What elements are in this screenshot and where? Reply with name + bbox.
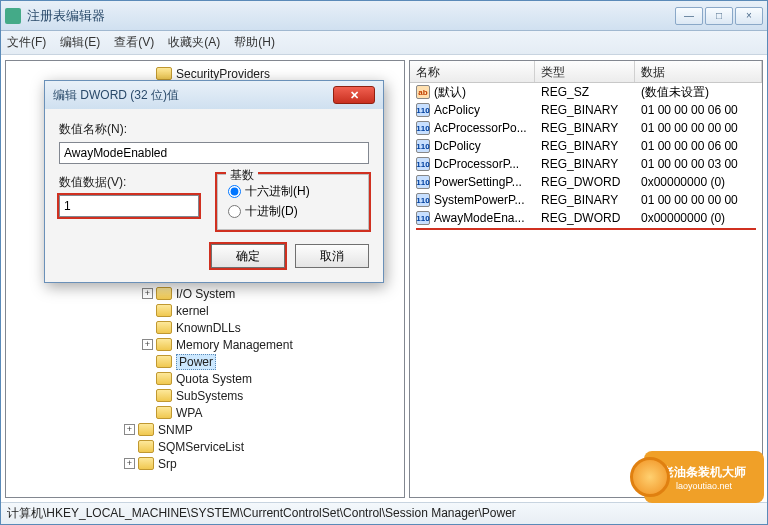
highlight-underline (416, 228, 756, 230)
tree-item[interactable]: +SNMP (6, 421, 404, 438)
value-data: 01 00 00 00 06 00 (635, 103, 762, 117)
expand-toggle (142, 68, 153, 79)
value-name-label: 数值名称(N): (59, 121, 369, 138)
value-row[interactable]: 110AwayModeEna...REG_DWORD0x00000000 (0) (410, 209, 762, 227)
dialog-titlebar: 编辑 DWORD (32 位)值 ✕ (45, 81, 383, 109)
expand-toggle (142, 356, 153, 367)
edit-dword-dialog: 编辑 DWORD (32 位)值 ✕ 数值名称(N): 数值数据(V): 基数 … (44, 80, 384, 283)
folder-icon (156, 338, 172, 351)
tree-item[interactable]: Quota System (6, 370, 404, 387)
binary-value-icon: 110 (416, 211, 430, 225)
string-value-icon: ab (416, 85, 430, 99)
tree-item[interactable]: +I/O System (6, 285, 404, 302)
expand-toggle (124, 441, 135, 452)
value-row[interactable]: 110DcPolicyREG_BINARY01 00 00 00 06 00 (410, 137, 762, 155)
tree-item[interactable]: SQMServiceList (6, 438, 404, 455)
col-data[interactable]: 数据 (635, 61, 762, 82)
tree-label: I/O System (176, 287, 235, 301)
tree-item[interactable]: KnownDLLs (6, 319, 404, 336)
value-data: 01 00 00 00 00 00 (635, 121, 762, 135)
value-row[interactable]: 110PowerSettingP...REG_DWORD0x00000000 (… (410, 173, 762, 191)
window-title: 注册表编辑器 (27, 7, 675, 25)
expand-toggle[interactable]: + (124, 458, 135, 469)
value-name: SystemPowerP... (434, 193, 524, 207)
col-name[interactable]: 名称 (410, 61, 535, 82)
titlebar: 注册表编辑器 — □ × (1, 1, 767, 31)
value-name-field (59, 142, 369, 164)
menu-view[interactable]: 查看(V) (114, 34, 154, 51)
list-header: 名称 类型 数据 (410, 61, 762, 83)
minimize-button[interactable]: — (675, 7, 703, 25)
folder-icon (138, 423, 154, 436)
ok-button[interactable]: 确定 (211, 244, 285, 268)
expand-toggle (142, 390, 153, 401)
value-data: 01 00 00 00 06 00 (635, 139, 762, 153)
menu-favorites[interactable]: 收藏夹(A) (168, 34, 220, 51)
tree-item[interactable]: +Srp (6, 455, 404, 472)
tree-item[interactable]: SubSystems (6, 387, 404, 404)
tree-label: SubSystems (176, 389, 243, 403)
folder-icon (156, 406, 172, 419)
folder-icon (156, 389, 172, 402)
expand-toggle[interactable]: + (142, 288, 153, 299)
base-fieldset: 基数 十六进制(H) 十进制(D) (217, 174, 369, 230)
value-name: (默认) (434, 84, 466, 101)
close-button[interactable]: × (735, 7, 763, 25)
maximize-button[interactable]: □ (705, 7, 733, 25)
binary-value-icon: 110 (416, 157, 430, 171)
value-row[interactable]: 110SystemPowerP...REG_BINARY01 00 00 00 … (410, 191, 762, 209)
radio-hex[interactable] (228, 185, 241, 198)
radio-dec[interactable] (228, 205, 241, 218)
expand-toggle[interactable]: + (142, 339, 153, 350)
tree-item[interactable]: WPA (6, 404, 404, 421)
tree-label: kernel (176, 304, 209, 318)
col-type[interactable]: 类型 (535, 61, 635, 82)
value-name: AcPolicy (434, 103, 480, 117)
folder-icon (156, 321, 172, 334)
value-type: REG_DWORD (535, 175, 635, 189)
value-row[interactable]: 110AcPolicyREG_BINARY01 00 00 00 06 00 (410, 101, 762, 119)
value-name: AcProcessorPo... (434, 121, 527, 135)
value-type: REG_BINARY (535, 103, 635, 117)
menu-edit[interactable]: 编辑(E) (60, 34, 100, 51)
tree-label: SecurityProviders (176, 67, 270, 81)
value-row[interactable]: ab(默认)REG_SZ(数值未设置) (410, 83, 762, 101)
dialog-close-button[interactable]: ✕ (333, 86, 375, 104)
tree-label: Srp (158, 457, 177, 471)
value-type: REG_BINARY (535, 157, 635, 171)
value-row[interactable]: 110AcProcessorPo...REG_BINARY01 00 00 00… (410, 119, 762, 137)
values-pane[interactable]: 名称 类型 数据 ab(默认)REG_SZ(数值未设置)110AcPolicyR… (409, 60, 763, 498)
app-icon (5, 8, 21, 24)
menu-help[interactable]: 帮助(H) (234, 34, 275, 51)
folder-icon (156, 67, 172, 80)
expand-toggle (142, 373, 153, 384)
tree-item[interactable]: +Memory Management (6, 336, 404, 353)
tree-label: WPA (176, 406, 202, 420)
binary-value-icon: 110 (416, 193, 430, 207)
value-type: REG_SZ (535, 85, 635, 99)
cancel-button[interactable]: 取消 (295, 244, 369, 268)
status-path: 计算机\HKEY_LOCAL_MACHINE\SYSTEM\CurrentCon… (7, 505, 516, 522)
statusbar: 计算机\HKEY_LOCAL_MACHINE\SYSTEM\CurrentCon… (1, 502, 767, 524)
value-name: DcPolicy (434, 139, 481, 153)
folder-icon (156, 287, 172, 300)
tree-item[interactable]: Power (6, 353, 404, 370)
value-data-label: 数值数据(V): (59, 174, 199, 191)
tree-label: SQMServiceList (158, 440, 244, 454)
menubar: 文件(F) 编辑(E) 查看(V) 收藏夹(A) 帮助(H) (1, 31, 767, 55)
binary-value-icon: 110 (416, 139, 430, 153)
expand-toggle (142, 305, 153, 316)
value-name: PowerSettingP... (434, 175, 522, 189)
value-type: REG_BINARY (535, 139, 635, 153)
tree-item[interactable]: kernel (6, 302, 404, 319)
folder-icon (156, 372, 172, 385)
expand-toggle[interactable]: + (124, 424, 135, 435)
menu-file[interactable]: 文件(F) (7, 34, 46, 51)
value-name: DcProcessorP... (434, 157, 519, 171)
value-name: AwayModeEna... (434, 211, 525, 225)
radio-dec-label: 十进制(D) (245, 203, 298, 220)
value-row[interactable]: 110DcProcessorP...REG_BINARY01 00 00 00 … (410, 155, 762, 173)
value-data-field[interactable] (59, 195, 199, 217)
folder-icon (156, 304, 172, 317)
value-type: REG_BINARY (535, 121, 635, 135)
